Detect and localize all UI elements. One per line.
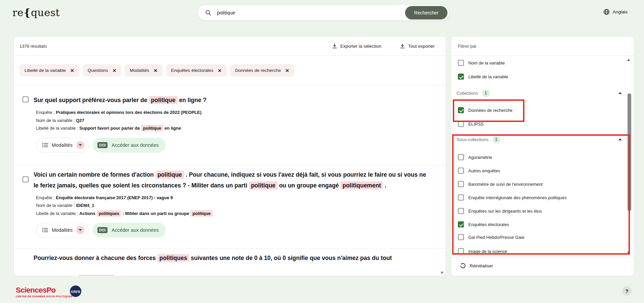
remove-filter-icon[interactable]: ✕ [154, 68, 158, 73]
modalites-label: Modalités [52, 142, 73, 148]
divider [451, 257, 634, 258]
export-selection-label: Exporter la sélection [340, 44, 381, 49]
filter-panel: Filtrer par Nom de la variable Libellé d… [451, 36, 634, 276]
filter-chip[interactable]: Modalités✕ [125, 64, 163, 77]
result-item: Voici un certain nombre de formes d'acti… [14, 165, 446, 249]
filter-option-nom-de-la-variable[interactable]: Nom de la variable [451, 56, 634, 70]
language-switcher[interactable]: Anglais [603, 9, 628, 15]
filter-option-enquetes-electorales[interactable]: Enquêtes électorales [451, 218, 634, 231]
checkbox[interactable] [458, 221, 464, 227]
export-all-button[interactable]: Tout exporter [400, 43, 435, 49]
result-title: Pourriez-vous donner à chacune des force… [34, 253, 427, 263]
result-meta-line: Enquête : Enquête électorale française 2… [36, 194, 427, 202]
collapse-icon[interactable] [618, 92, 622, 94]
help-button[interactable]: ? [622, 286, 632, 296]
download-icon [332, 43, 337, 49]
sciencespo-name: SciencesPo [16, 286, 73, 295]
result-title: Voici un certain nombre de formes d'acti… [34, 169, 427, 191]
scroll-down-icon[interactable] [627, 252, 630, 254]
filter-chip[interactable]: Questions✕ [83, 64, 122, 77]
filter-option-barometre[interactable]: Baromètre de suivi de l'environnement [451, 177, 634, 191]
result-meta-line: Libellé de la variable : Support favori … [36, 124, 427, 132]
sciencespo-logo[interactable]: SciencesPo CENTRE DE DONNÉES SOCIO-POLIT… [16, 286, 73, 298]
doi-badge: DOI [97, 142, 108, 148]
result-meta-line: Libellé de la variable : Actions politiq… [36, 210, 427, 218]
checkbox[interactable] [458, 60, 464, 66]
filter-chip-label: Données de recherche [235, 68, 281, 73]
filter-option-elipss[interactable]: ELIPSS [451, 117, 634, 131]
filter-option-autres-enquetes[interactable]: Autres enquêtes [451, 164, 634, 177]
filter-option-image-de-la-science[interactable]: Image de la science [451, 245, 634, 258]
result-actions: ModalitésDOIAccéder aux données [36, 223, 427, 237]
active-filters: Libellé de la variable✕ Questions✕ Modal… [14, 56, 446, 85]
checkbox[interactable] [458, 121, 464, 127]
search-icon [205, 10, 211, 16]
count-badge: 1 [492, 136, 500, 143]
search-term-highlight: politique [141, 125, 163, 131]
doi-badge: DOI [97, 227, 108, 233]
filter-option-donnees-de-recherche[interactable]: Données de recherche [451, 103, 634, 117]
modalites-button[interactable]: Modalités [36, 138, 89, 152]
results-count: 1378 résultats [19, 44, 47, 49]
meta-value: Actions politiques : Militer dans un par… [79, 210, 213, 217]
scrollbar-thumb[interactable] [628, 93, 631, 211]
export-actions: Exporter la sélection Tout exporter [332, 43, 435, 49]
filter-chip[interactable]: Données de recherche✕ [230, 64, 294, 77]
scroll-up-icon[interactable] [627, 59, 630, 61]
results-header: 1378 résultats Exporter la sélection Tou… [14, 37, 446, 56]
filter-chip[interactable]: Enquêtes électorales✕ [166, 64, 227, 77]
checkbox[interactable] [458, 234, 464, 240]
cnrs-logo[interactable]: cnrs [70, 286, 81, 297]
search-bar: Rechercher [198, 5, 449, 20]
modalites-button[interactable]: Modalités [36, 223, 89, 237]
filter-option-enquete-interregionale[interactable]: Enquête interrégionale des phénomènes po… [451, 191, 634, 204]
filter-option-agorametrie[interactable]: Agoramétrie [451, 150, 634, 164]
meta-label: Nom de la variable : [36, 203, 76, 208]
search-term-highlight: politique [149, 96, 177, 104]
result-checkbox[interactable] [23, 96, 29, 102]
filter-option-libelle-de-la-variable[interactable]: Libellé de la variable [451, 70, 634, 83]
reset-filters-button[interactable]: Réinitialiser [460, 260, 493, 272]
checkbox[interactable] [458, 181, 464, 187]
collapse-icon[interactable] [618, 138, 622, 140]
export-all-label: Tout exporter [408, 44, 435, 49]
checkbox[interactable] [458, 74, 464, 80]
access-data-label: Accéder aux données [112, 142, 159, 148]
meta-label: Libellé de la variable : [36, 126, 79, 131]
filter-chip-label: Libellé de la variable [25, 68, 66, 73]
search-term-highlight: politique [249, 181, 277, 189]
filter-panel-title: Filtrer par [451, 37, 634, 56]
export-selection-button[interactable]: Exporter la sélection [332, 43, 381, 49]
filter-option-enquetes-dirigeants[interactable]: Enquêtes sur les dirigeants et les élus [451, 204, 634, 218]
search-button[interactable]: Rechercher [405, 6, 447, 19]
meta-label: Enquête : [36, 110, 56, 115]
result-checkbox[interactable] [23, 176, 29, 182]
checkbox[interactable] [458, 248, 464, 254]
section-sous-collections[interactable]: Sous-collections 1 [451, 133, 634, 146]
checkbox[interactable] [458, 107, 464, 113]
remove-filter-icon[interactable]: ✕ [285, 68, 289, 73]
scroll-down-icon[interactable] [440, 272, 444, 274]
results-list: Sur quel support préférez-vous parler de… [14, 85, 446, 263]
reset-label: Réinitialiser [470, 263, 493, 268]
result-checkbox-column [23, 176, 29, 184]
checkbox[interactable] [458, 194, 464, 201]
access-data-button[interactable]: DOIAccéder aux données [93, 138, 165, 152]
checkbox[interactable] [458, 208, 464, 214]
filter-chip[interactable]: Libellé de la variable✕ [19, 64, 79, 77]
section-collections[interactable]: Collections 1 [451, 86, 634, 100]
access-data-button[interactable]: DOIAccéder aux données [93, 223, 165, 237]
remove-filter-icon[interactable]: ✕ [113, 68, 117, 73]
highlight-fragment [79, 275, 114, 276]
search-term-highlight: politiques [97, 210, 121, 217]
app-logo[interactable]: re{quest [12, 7, 60, 18]
remove-filter-icon[interactable]: ✕ [70, 68, 74, 73]
list-icon [42, 143, 48, 147]
remove-filter-icon[interactable]: ✕ [218, 68, 222, 73]
checkbox[interactable] [458, 168, 464, 174]
checkbox[interactable] [458, 154, 464, 160]
download-icon [400, 43, 405, 49]
filter-option-gai-pied[interactable]: Gai Pied Hebdo/Presse Gaie [451, 230, 634, 244]
meta-value: Pratiques électorales et opinions lors d… [56, 110, 201, 115]
filter-chip-label: Modalités [130, 68, 149, 73]
